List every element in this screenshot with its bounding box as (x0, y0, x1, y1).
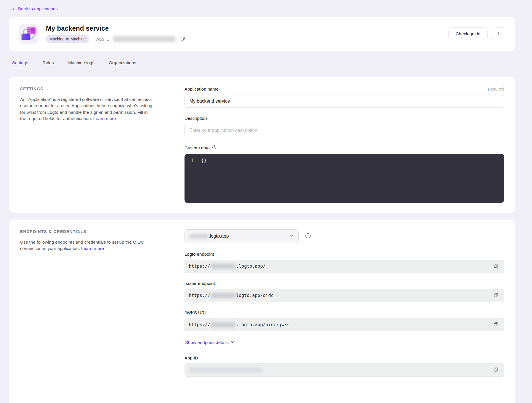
page-title: My backend service (46, 25, 187, 32)
info-icon[interactable] (212, 145, 217, 151)
copy-app-id-field-button[interactable] (492, 366, 500, 374)
endpoints-form: .logto.app Logto endpoint https:// (185, 229, 504, 399)
header-actions: Check guide (448, 28, 505, 40)
jwks-uri-label: JWKS URI (185, 310, 206, 315)
app-type-badge: Machine-to-Machine (46, 35, 89, 43)
description-label: Description (185, 116, 207, 121)
app-header-card: My backend service Machine-to-Machine Ap… (9, 17, 515, 51)
url-redacted-segment (211, 322, 236, 327)
tab-machine-logs[interactable]: Machine logs (68, 58, 95, 69)
app-id-row: App ID (185, 355, 504, 377)
tab-settings[interactable]: Settings (11, 58, 29, 69)
url-suffix: logto.app/oidc (236, 293, 274, 298)
settings-form: Application name Required Description Cu… (185, 87, 504, 203)
settings-section-intro: SETTINGS An "Application" is a registere… (20, 87, 154, 203)
required-tag: Required (488, 87, 504, 91)
copy-icon (180, 36, 185, 42)
url-redacted-segment (211, 293, 236, 298)
domain-redacted-value (189, 234, 208, 238)
app-id-field (185, 363, 504, 377)
url-prefix: https:// (189, 264, 210, 269)
app-id-redacted-value (189, 367, 262, 373)
url-suffix: .logto.app/oidc/jwks (236, 322, 290, 327)
back-to-applications-label: Back to applications (18, 6, 58, 11)
application-name-row: Application name Required (185, 87, 504, 108)
top-bar: Back to applications (0, 0, 532, 17)
url-suffix: .logto.app/ (236, 264, 266, 269)
jwks-uri-field: https:// .logto.app/oidc/jwks (185, 318, 504, 331)
domain-info-icon[interactable] (305, 233, 311, 240)
copy-jwks-uri-button[interactable] (492, 320, 500, 329)
kebab-menu-icon (496, 31, 501, 37)
url-prefix: https:// (189, 322, 210, 327)
back-to-applications-link[interactable]: Back to applications (11, 6, 58, 11)
tab-organizations[interactable]: Organizations (108, 58, 137, 69)
chevron-down-icon (289, 233, 294, 239)
custom-data-label: Custom data (185, 145, 217, 151)
app-id-label: App ID (96, 37, 110, 42)
show-endpoint-details-link[interactable]: Show endpoint details (185, 340, 234, 345)
issuer-endpoint-field: https:// logto.app/oidc (185, 289, 504, 302)
tab-bar: Settings Roles Machine logs Organization… (9, 58, 515, 69)
app-header-info: My backend service Machine-to-Machine Ap… (46, 25, 187, 43)
copy-icon (493, 263, 499, 269)
meta-divider (93, 37, 93, 41)
editor-line-number: 1 (185, 158, 194, 163)
endpoints-learn-more-link[interactable]: Learn more (81, 246, 104, 251)
chevron-left-icon (11, 7, 15, 11)
endpoints-section-intro: ENDPOINTS & CREDENTIALS Use the followin… (20, 229, 154, 399)
copy-icon (493, 367, 499, 373)
copy-app-id-button[interactable] (179, 35, 187, 43)
machine-to-machine-app-icon (19, 24, 38, 44)
issuer-endpoint-row: Issuer endpoint https:// logto.app/oidc (185, 281, 504, 302)
application-name-label: Application name (185, 87, 219, 92)
settings-section-heading: SETTINGS (20, 87, 154, 91)
app-id-field-label: App ID (185, 355, 198, 361)
settings-section-card: SETTINGS An "Application" is a registere… (9, 77, 515, 213)
app-meta-row: Machine-to-Machine App ID (46, 35, 187, 43)
issuer-endpoint-label: Issuer endpoint (185, 281, 215, 286)
description-input[interactable] (185, 124, 504, 137)
more-actions-button[interactable] (492, 28, 505, 40)
copy-icon (493, 292, 499, 299)
app-id-redacted-value (113, 36, 176, 42)
endpoints-section-description: Use the following endpoints and credenti… (20, 239, 154, 252)
endpoints-section-heading: ENDPOINTS & CREDENTIALS (20, 229, 154, 234)
domain-row: .logto.app (185, 229, 504, 243)
settings-section-description: An "Application" is a registered softwar… (20, 96, 154, 122)
domain-suffix: .logto.app (209, 234, 229, 239)
logto-endpoint-label: Logto endpoint (185, 252, 214, 257)
copy-icon (493, 322, 499, 328)
description-row: Description (185, 116, 504, 137)
custom-data-row: Custom data 1 {} (185, 145, 504, 203)
copy-logto-endpoint-button[interactable] (492, 262, 500, 271)
chevron-down-icon (231, 340, 234, 345)
url-redacted-segment (211, 264, 236, 269)
tab-roles[interactable]: Roles (42, 58, 55, 69)
logto-endpoint-row: Logto endpoint https:// .logto.app/ (185, 252, 504, 273)
domain-select[interactable]: .logto.app (185, 229, 299, 243)
settings-learn-more-link[interactable]: Learn more (93, 116, 116, 121)
endpoints-section-card: ENDPOINTS & CREDENTIALS Use the followin… (9, 220, 515, 403)
custom-data-code-editor[interactable]: 1 {} (185, 154, 504, 203)
editor-code-content: {} (201, 158, 207, 163)
logto-endpoint-field: https:// .logto.app/ (185, 260, 504, 273)
url-prefix: https:// (189, 293, 210, 298)
application-name-input[interactable] (185, 95, 504, 108)
jwks-uri-row: JWKS URI https:// .logto.app/oidc/jwks (185, 310, 504, 331)
copy-issuer-endpoint-button[interactable] (492, 291, 500, 300)
check-guide-button[interactable]: Check guide (448, 28, 488, 40)
